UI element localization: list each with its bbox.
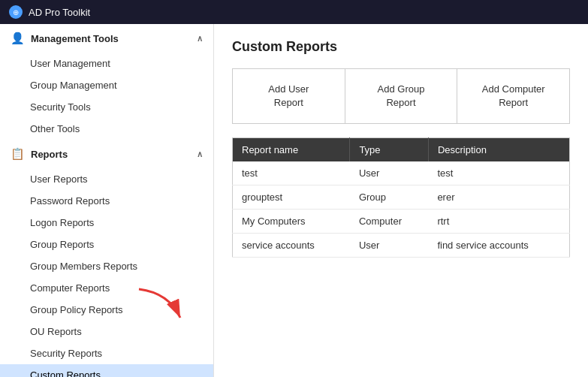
table-cell-type-0: User [350,161,429,185]
sidebar-item-user-management[interactable]: User Management [0,53,213,74]
add-group-report-button[interactable]: Add GroupReport [345,69,458,123]
table-cell-type-3: User [350,234,429,258]
sidebar-item-logon-reports[interactable]: Logon Reports [0,212,213,234]
sidebar-group-management-tools[interactable]: 👤 Management Tools ∧ [0,24,213,53]
add-computer-report-button[interactable]: Add ComputerReport [457,69,569,123]
table-cell-name-3: service accounts [233,234,350,258]
table-body: test User test grouptest Group erer My C… [233,161,570,258]
sidebar-item-user-reports[interactable]: User Reports [0,168,213,190]
sidebar-section-icon-management-tools: 👤 [11,32,25,45]
table-cell-name-1: grouptest [233,185,350,210]
col-header-name: Report name [233,138,350,162]
sidebar-item-security-tools[interactable]: Security Tools [0,96,213,118]
table-row[interactable]: service accounts User find service accou… [233,234,570,258]
reports-table: Report name Type Description test User t… [232,137,570,258]
app-title: AD Pro Toolkit [29,7,90,18]
table-cell-name-0: test [233,161,350,185]
sidebar-item-custom-reports[interactable]: Custom Reports [0,364,213,377]
content-area: Custom Reports Add UserReport Add GroupR… [214,24,588,377]
sidebar-section-management-tools: 👤 Management Tools ∧ User ManagementGrou… [0,24,213,140]
sidebar-group-header-left-management-tools: 👤 Management Tools [11,32,119,45]
table-cell-description-1: erer [428,185,569,210]
sidebar-section-icon-reports: 📋 [11,147,25,161]
sidebar-group-label-management-tools: Management Tools [31,33,119,44]
sidebar-item-ou-reports[interactable]: OU Reports [0,321,213,342]
sidebar-chevron-reports: ∧ [197,149,203,159]
table-cell-type-1: Group [350,185,429,210]
table-row[interactable]: grouptest Group erer [233,185,570,210]
table-row[interactable]: My Computers Computer rtrt [233,210,570,234]
sidebar-item-password-reports[interactable]: Password Reports [0,190,213,212]
table-cell-description-2: rtrt [428,210,569,234]
sidebar-content: 👤 Management Tools ∧ User ManagementGrou… [0,24,213,377]
main-container: 👤 Management Tools ∧ User ManagementGrou… [0,24,588,377]
app-icon: ⊕ [9,5,23,19]
add-user-report-button[interactable]: Add UserReport [233,69,345,123]
col-header-type: Type [350,138,429,162]
col-header-description: Description [428,138,569,162]
sidebar: 👤 Management Tools ∧ User ManagementGrou… [0,24,214,377]
sidebar-item-computer-reports[interactable]: Computer Reports [0,277,213,299]
sidebar-item-other-tools[interactable]: Other Tools [0,118,213,140]
sidebar-section-reports: 📋 Reports ∧ User ReportsPassword Reports… [0,140,213,377]
table-cell-name-2: My Computers [233,210,350,234]
sidebar-item-group-management[interactable]: Group Management [0,74,213,96]
sidebar-chevron-management-tools: ∧ [197,34,203,44]
sidebar-item-group-policy-reports[interactable]: Group Policy Reports [0,299,213,321]
title-bar: ⊕ AD Pro Toolkit [0,0,588,24]
sidebar-group-label-reports: Reports [31,149,68,160]
table-row[interactable]: test User test [233,161,570,185]
table-cell-type-2: Computer [350,210,429,234]
sidebar-group-reports[interactable]: 📋 Reports ∧ [0,140,213,168]
sidebar-item-group-reports[interactable]: Group Reports [0,234,213,255]
report-buttons-container: Add UserReport Add GroupReport Add Compu… [232,68,570,124]
table-cell-description-3: find service accounts [428,234,569,258]
table-cell-description-0: test [428,161,569,185]
sidebar-group-header-left-reports: 📋 Reports [11,147,68,161]
sidebar-item-security-reports[interactable]: Security Reports [0,342,213,364]
sidebar-item-group-members-reports[interactable]: Group Members Reports [0,255,213,277]
page-title: Custom Reports [232,39,570,55]
